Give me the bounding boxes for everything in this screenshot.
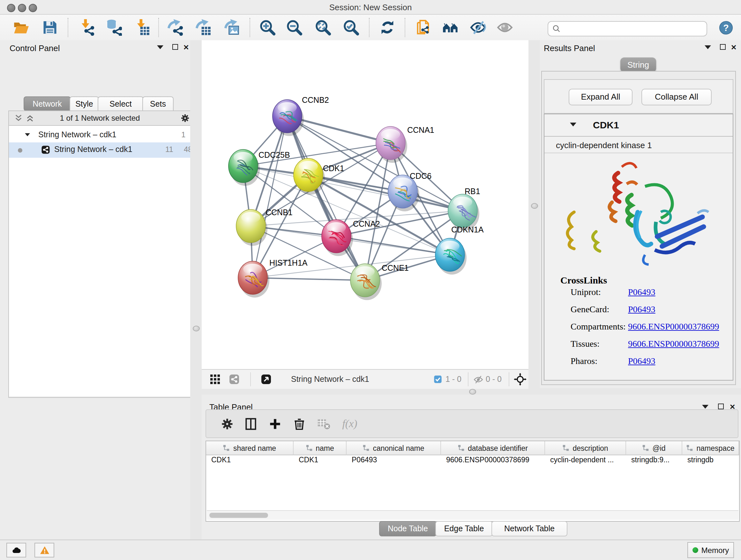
- node-CCNA2[interactable]: [322, 220, 353, 256]
- column-header-name[interactable]: name: [293, 441, 347, 455]
- crosslink-link-4[interactable]: P06493: [628, 356, 656, 367]
- table-cell[interactable]: cyclin-dependent ...: [545, 455, 626, 466]
- tab-string[interactable]: String: [620, 57, 656, 72]
- import-network-from-file-button[interactable]: [76, 17, 96, 38]
- hide-selected-button[interactable]: [468, 17, 488, 38]
- node-CDK1[interactable]: [293, 159, 325, 195]
- crosslink-link-2[interactable]: 9606.ENSP00000378699: [628, 322, 719, 332]
- table-panel-close-icon[interactable]: ✕: [730, 403, 735, 410]
- table-cell[interactable]: CDK1: [293, 455, 347, 466]
- memory-button[interactable]: Memory: [687, 542, 734, 558]
- network-canvas[interactable]: CCNB2CCNA1CDC25BCDK1CDC6RB1CCNB1CCNA2CDK…: [202, 40, 529, 369]
- zoom-fit-button[interactable]: [313, 17, 333, 38]
- tab-edge-table[interactable]: Edge Table: [435, 521, 493, 537]
- gear-icon[interactable]: [180, 113, 190, 123]
- table-horizontal-scrollbar[interactable]: [207, 510, 738, 520]
- save-session-button[interactable]: [40, 17, 60, 38]
- warnings-button[interactable]: [35, 543, 54, 557]
- tab-node-table[interactable]: Node Table: [379, 521, 436, 537]
- import-network-from-database-button[interactable]: [104, 17, 124, 38]
- collapse-all-button[interactable]: Collapse All: [642, 89, 712, 105]
- create-column-button[interactable]: [267, 416, 283, 432]
- results-panel-collapse-icon[interactable]: [704, 45, 711, 49]
- share-view-icon[interactable]: [228, 374, 240, 385]
- table-cell[interactable]: 9606.ENSP00000378699: [441, 455, 545, 466]
- tab-sets[interactable]: Sets: [142, 97, 174, 111]
- tab-network-table[interactable]: Network Table: [491, 521, 567, 537]
- right-splitter-handle[interactable]: [531, 203, 538, 209]
- table-cell[interactable]: CDK1: [206, 455, 293, 466]
- external-view-icon[interactable]: [260, 374, 272, 385]
- results-panel-close-icon[interactable]: ✕: [731, 44, 737, 51]
- column-header-canonical-name[interactable]: canonical name: [347, 441, 441, 455]
- tree-expand-icon[interactable]: [25, 133, 30, 136]
- column-header-description[interactable]: description: [545, 441, 626, 455]
- protein-structure-image[interactable]: [553, 157, 724, 270]
- refresh-button[interactable]: [377, 17, 398, 38]
- table-cell[interactable]: P06493: [347, 455, 441, 466]
- zoom-selected-button[interactable]: [341, 17, 361, 38]
- table-panel-collapse-icon[interactable]: [702, 405, 709, 409]
- left-splitter[interactable]: [190, 40, 202, 540]
- cloud-button[interactable]: [6, 543, 26, 557]
- help-button[interactable]: ?: [719, 20, 733, 35]
- table-cell[interactable]: stringdb:9...: [626, 455, 682, 466]
- network-document-button[interactable]: [413, 17, 433, 38]
- zoom-in-button[interactable]: [257, 17, 278, 38]
- node-CCNB2[interactable]: [273, 100, 304, 136]
- table-cell[interactable]: stringdb: [682, 455, 739, 466]
- column-header-shared-name[interactable]: shared name: [206, 441, 293, 455]
- open-session-button[interactable]: [11, 17, 31, 38]
- tab-style[interactable]: Style: [70, 97, 99, 111]
- expand-all-button[interactable]: Expand All: [569, 89, 632, 105]
- toolbar-separator: [250, 18, 250, 37]
- node-HIST1H1A[interactable]: [238, 261, 269, 298]
- horizontal-splitter-handle[interactable]: [469, 389, 476, 395]
- node-CDKN1A[interactable]: [435, 238, 467, 274]
- control-panel-close-icon[interactable]: ✕: [183, 44, 189, 51]
- import-table-from-file-button[interactable]: [131, 17, 152, 38]
- houses-button[interactable]: [441, 17, 461, 38]
- edge-CCNB2-CCNE1[interactable]: [287, 116, 365, 280]
- crosslink-label-3: Tissues:: [570, 339, 600, 349]
- show-columns-button[interactable]: [243, 416, 259, 432]
- crosslink-link-1[interactable]: P06493: [628, 305, 656, 315]
- control-panel-float-icon[interactable]: [172, 44, 178, 50]
- tab-select[interactable]: Select: [98, 97, 144, 111]
- scrollbar-thumb[interactable]: [209, 513, 268, 518]
- search-input[interactable]: [563, 22, 703, 35]
- export-network-button[interactable]: [165, 17, 185, 38]
- table-panel-float-icon[interactable]: [718, 403, 724, 409]
- protein-section-header[interactable]: CDK1: [544, 114, 733, 137]
- table-settings-button[interactable]: [219, 416, 235, 432]
- node-CDC6[interactable]: [388, 175, 419, 211]
- node-CCNA1[interactable]: [376, 126, 407, 163]
- selected-checkbox-icon[interactable]: [433, 375, 442, 384]
- grid-view-icon[interactable]: [209, 374, 221, 385]
- show-hidden-button[interactable]: [495, 17, 515, 38]
- crosslink-link-0[interactable]: P06493: [628, 287, 656, 298]
- network-row-selected[interactable]: String Network – cdk1 11 48: [9, 142, 191, 158]
- left-splitter-handle[interactable]: [193, 326, 200, 331]
- delete-column-button[interactable]: [291, 416, 308, 432]
- tab-network[interactable]: Network: [23, 97, 71, 111]
- right-splitter[interactable]: [529, 40, 540, 388]
- node-CCNE1[interactable]: [350, 264, 382, 300]
- edge-CCNA1-CCNE1[interactable]: [365, 143, 391, 280]
- results-panel-float-icon[interactable]: [720, 44, 726, 50]
- selected-count: 1 - 0: [446, 375, 461, 384]
- network-collection-row[interactable]: String Network – cdk1 1: [9, 128, 191, 142]
- edge-HIST1H1A-CCNE1[interactable]: [253, 278, 365, 280]
- horizontal-splitter[interactable]: [202, 388, 741, 395]
- column-header-database-identifier[interactable]: database identifier: [441, 441, 545, 455]
- birds-eye-icon[interactable]: [514, 373, 527, 386]
- zoom-out-button[interactable]: [284, 17, 305, 38]
- column-header--id[interactable]: @id: [626, 441, 682, 455]
- column-header-namespace[interactable]: namespace: [682, 441, 739, 455]
- crosslink-link-3[interactable]: 9606.ENSP00000378699: [628, 339, 719, 349]
- export-table-button[interactable]: [193, 17, 213, 38]
- node-CDC25B[interactable]: [228, 149, 260, 186]
- section-collapse-icon[interactable]: [570, 123, 576, 126]
- control-panel-collapse-icon[interactable]: [157, 45, 163, 49]
- export-image-button[interactable]: [221, 17, 242, 38]
